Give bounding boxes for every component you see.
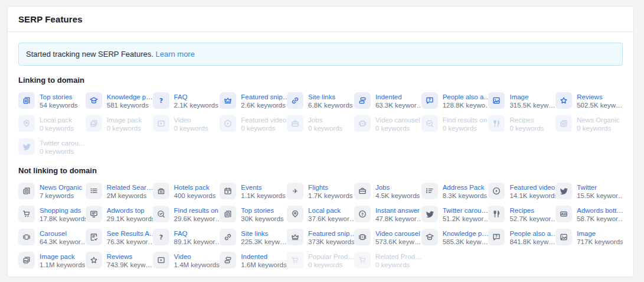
serp-feature-item: Image 315.5K keyw… (488, 92, 555, 110)
serp-feature-item: Address Pack 8.3K keywords (421, 183, 489, 200)
star-icon (86, 252, 102, 268)
feature-link[interactable]: Indented (375, 93, 421, 101)
feature-count: 0 keywords (107, 124, 142, 132)
feature-link[interactable]: Image (577, 229, 623, 238)
feature-count: 2M keywords (107, 192, 153, 200)
feature-count: 0 keywords (375, 261, 421, 269)
feature-link[interactable]: Site links (308, 93, 352, 101)
search-check-icon (421, 115, 438, 132)
feature-link: Related Prod… (375, 252, 421, 261)
feature-link[interactable]: Video carousel (375, 229, 421, 238)
serp-feature-item: Top stories 54 keywords (18, 92, 86, 110)
card-header: SERP Features (8, 7, 633, 32)
feature-link[interactable]: Video (174, 252, 220, 261)
feature-link[interactable]: Featured snip… (241, 93, 287, 101)
address-list-icon (421, 183, 438, 199)
feature-link[interactable]: Twitter carou… (443, 206, 489, 215)
feature-count: 64.3K keywor… (40, 238, 86, 246)
feature-link[interactable]: Instant answer (375, 206, 421, 215)
feature-link[interactable]: People also a… (509, 229, 555, 238)
feature-link[interactable]: Shopping ads (40, 206, 86, 215)
feature-link[interactable]: Events (241, 183, 285, 192)
feature-link[interactable]: Featured snip… (308, 229, 354, 238)
feature-count: 52.7K keywor… (509, 215, 555, 223)
news-icon (220, 206, 236, 222)
feature-link[interactable]: Flights (308, 183, 352, 192)
serp-feature-item: Local pack 0 keywords (18, 115, 86, 133)
twitter-icon (421, 206, 438, 222)
feature-link[interactable]: Adwords bott… (577, 206, 623, 215)
news-icon (555, 115, 572, 132)
feature-link[interactable]: Featured video (509, 183, 555, 192)
page-title: SERP Features (18, 14, 623, 24)
learn-more-link[interactable]: Learn more (155, 50, 194, 59)
serp-feature-item: News Organic 0 keywords (555, 115, 623, 133)
feature-link[interactable]: Top stories (241, 206, 283, 215)
feature-link[interactable]: Top stories (40, 93, 78, 101)
feature-link[interactable]: News Organic (40, 183, 82, 192)
feature-link[interactable]: Address Pack (443, 183, 487, 192)
feature-link: Video (174, 116, 208, 124)
feature-link[interactable]: Related Sear… (107, 183, 153, 192)
feature-grid: News Organic 7 keywords Related Sear… 2M… (18, 183, 623, 270)
news-icon (18, 92, 35, 109)
feature-count: 4.5K keywords (375, 192, 420, 200)
hotel-icon (153, 183, 169, 199)
serp-feature-item: Adwords top 29.1K keywords (86, 206, 153, 223)
play-circle-icon (220, 115, 236, 132)
section-title: Not linking to domain (18, 166, 623, 175)
feature-count: 0 keywords (174, 124, 208, 132)
feature-count: 128.8K keywo… (443, 101, 489, 109)
feature-link[interactable]: Image (509, 93, 555, 101)
feature-link[interactable]: Indented (241, 252, 286, 261)
feature-link[interactable]: See Results A… (107, 229, 153, 238)
feature-count: 76.3K keywor… (107, 238, 153, 246)
graduation-cap-icon (86, 92, 102, 109)
feature-link[interactable]: Jobs (375, 183, 420, 192)
feature-link[interactable]: Local pack (308, 206, 354, 215)
link-icon (220, 229, 236, 245)
feature-count: 6.8K keywords (308, 101, 352, 109)
feature-link[interactable]: FAQ (174, 229, 220, 238)
serp-feature-item: Featured video 0 keywords (220, 115, 287, 133)
feature-link[interactable]: Recipes (509, 206, 555, 215)
section-linking-to-domain: Linking to domain Top stories 54 keyword… (18, 76, 623, 156)
feature-count: 14.1K keywords (509, 192, 555, 200)
play-circle-icon (488, 183, 505, 199)
feature-link[interactable]: Image pack (40, 252, 85, 261)
feature-count: 47.8K keywor… (375, 215, 421, 223)
feature-count: 1.1M keywords (40, 261, 85, 269)
feature-link: Find results on (443, 116, 487, 124)
serp-feature-item: Carousel 64.3K keywor… (18, 229, 86, 247)
feature-link[interactable]: Carousel (40, 229, 86, 238)
serp-feature-item: Related Prod… 0 keywords (354, 252, 421, 270)
serp-feature-item: Reviews 502.5K keyw… (555, 92, 623, 110)
question-circle-icon: ? (354, 206, 371, 222)
svg-text:?: ? (159, 234, 162, 241)
feature-link[interactable]: Reviews (107, 252, 152, 261)
feature-link[interactable]: Find results on (174, 206, 220, 215)
serp-feature-item: ? People also a… 128.8K keywo… (421, 92, 489, 110)
feature-count: 573.6K keyw… (375, 238, 421, 246)
feature-link[interactable]: Site links (241, 229, 286, 238)
feature-count: 1.6M keywords (241, 261, 286, 269)
feature-count: 51.2K keywor… (443, 215, 489, 223)
crown-icon (287, 229, 303, 245)
feature-link[interactable]: Hotels pack (174, 183, 216, 192)
link-icon (287, 92, 303, 109)
feature-link[interactable]: Twitter (577, 183, 623, 192)
feature-link[interactable]: Reviews (577, 93, 622, 101)
feature-link[interactable]: People also a… (443, 93, 489, 101)
feature-link[interactable]: FAQ (174, 93, 218, 101)
feature-link[interactable]: Adwords top (107, 206, 153, 215)
serp-feature-item: ? FAQ 2.1K keywords (153, 92, 220, 110)
carousel-icon (18, 229, 35, 245)
feature-link[interactable]: Knowledge p… (107, 93, 153, 101)
serp-feature-item: Hotels pack 400 keywords (153, 183, 220, 200)
feature-link[interactable]: Knowledge p… (443, 229, 489, 238)
serp-feature-item: Jobs 4.5K keywords (354, 183, 421, 200)
feature-count: 58.7K keywor… (577, 215, 623, 223)
feature-count: 717K keywords (577, 238, 623, 246)
serp-feature-item: Twitter carou… 51.2K keywor… (421, 206, 489, 223)
serp-feature-item: Find results on 29.6K keywor… (153, 206, 220, 223)
